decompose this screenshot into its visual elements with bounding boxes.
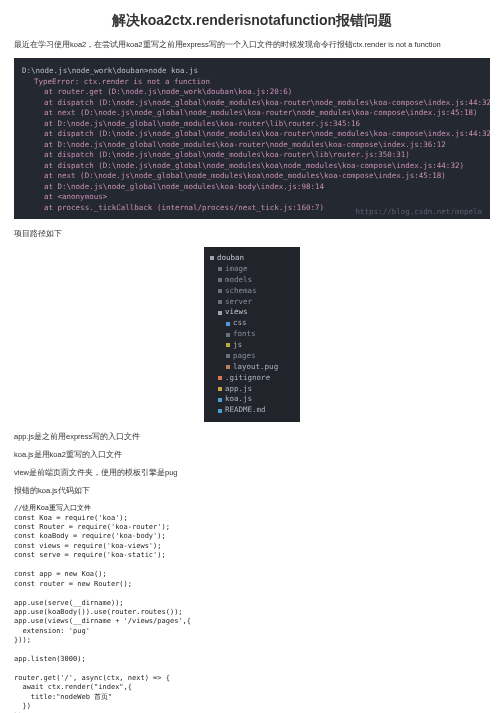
code-line: app.listen(3000); [14, 655, 490, 664]
filetree-item-label: css [233, 318, 247, 329]
code-line [14, 646, 490, 655]
code-line: app.use(serve(__dirname)); [14, 599, 490, 608]
terminal-trace-line: at dispatch (D:\node.js\node_global\node… [44, 161, 482, 172]
file-tree: doubanimagemodelsschemasserverviewscssfo… [204, 247, 300, 422]
folder-icon [218, 289, 222, 293]
filetree-item-label: fonts [233, 329, 256, 340]
filetree-item-label: views [225, 307, 248, 318]
terminal-trace-line: at next (D:\node.js\node_global\node_mod… [44, 171, 482, 182]
terminal-error: TypeError: ctx.render is not a function [34, 77, 482, 88]
js-icon [218, 387, 222, 391]
koa-icon [218, 398, 222, 402]
git-icon [218, 376, 222, 380]
code-line: extension: 'pug' [14, 627, 490, 636]
code-line: app.use(koaBody()).use(router.routes()); [14, 608, 490, 617]
terminal-watermark: https://blog.csdn.net/mopelo [356, 207, 482, 218]
code-line: const Router = require('koa-router'); [14, 523, 490, 532]
desc-code-label: 报错的koa.js代码如下 [14, 486, 490, 496]
code-line: const koaBody = require('koa-body'); [14, 532, 490, 541]
terminal-command: D:\node.js\node_work\douban>node koa.js [22, 66, 482, 77]
filetree-item-label: schemas [225, 286, 257, 297]
terminal-trace-line: at dispatch (D:\node.js\node_global\node… [44, 129, 482, 140]
filetree-item-label: douban [217, 253, 244, 264]
code-block-1: //使用Koa重写入口文件const Koa = require('koa');… [14, 504, 490, 713]
filetree-item: README.md [210, 405, 284, 416]
terminal-trace-line: at D:\node.js\node_global\node_modules\k… [44, 119, 482, 130]
page-title: 解决koa2ctx.renderisnotafunction报错问题 [14, 0, 490, 40]
filetree-item-label: image [225, 264, 248, 275]
code-line: })); [14, 636, 490, 645]
filetree-item: server [210, 297, 284, 308]
code-line: const Koa = require('koa'); [14, 514, 490, 523]
css-icon [226, 322, 230, 326]
terminal-output: D:\node.js\node_work\douban>node koa.js … [14, 58, 490, 219]
terminal-trace-line: at dispatch (D:\node.js\node_global\node… [44, 98, 482, 109]
code-line: await ctx.render("index",{ [14, 683, 490, 692]
filetree-item: views [210, 307, 284, 318]
filetree-item: css [210, 318, 284, 329]
terminal-trace-line: at next (D:\node.js\node_global\node_mod… [44, 108, 482, 119]
code-line: const app = new Koa(); [14, 570, 490, 579]
terminal-trace-line: at dispatch (D:\node.js\node_global\node… [44, 150, 482, 161]
code-line: //使用Koa重写入口文件 [14, 504, 490, 513]
code-line: app.use(views(__dirname + '/views/pages'… [14, 617, 490, 626]
code-line: const serve = require('koa-static'); [14, 551, 490, 560]
filetree-item: image [210, 264, 284, 275]
desc-koajs: koa.js是用koa2重写的入口文件 [14, 450, 490, 460]
desc-view: view是前端页面文件夹，使用的模板引擎是pug [14, 468, 490, 478]
filetree-item-label: models [225, 275, 252, 286]
filetree-item: schemas [210, 286, 284, 297]
filetree-item: pages [210, 351, 284, 362]
filetree-item-label: koa.js [225, 394, 252, 405]
filetree-item: .gitignore [210, 373, 284, 384]
code-line [14, 561, 490, 570]
code-line: router.get('/', async(ctx, next) => { [14, 674, 490, 683]
folder-icon [226, 354, 230, 358]
filetree-item: app.js [210, 384, 284, 395]
filetree-item-label: js [233, 340, 242, 351]
terminal-traces: at router.get (D:\node.js\node_work\doub… [22, 87, 482, 213]
pug-icon [226, 365, 230, 369]
folder-icon [218, 300, 222, 304]
terminal-trace-line: at <anonymous> [44, 192, 482, 203]
filetree-item: models [210, 275, 284, 286]
filetree-item: js [210, 340, 284, 351]
filetree-item-label: app.js [225, 384, 252, 395]
code-line [14, 665, 490, 674]
code-line [14, 589, 490, 598]
code-line: title:"nodeWeb 首页" [14, 693, 490, 702]
js-icon [226, 343, 230, 347]
folder-icon [218, 267, 222, 271]
folder-icon [218, 278, 222, 282]
folder-open-icon [218, 311, 222, 315]
folder-icon [226, 333, 230, 337]
filetree-item-label: pages [233, 351, 256, 362]
filetree-item-label: README.md [225, 405, 266, 416]
md-icon [218, 409, 222, 413]
filetree-item: layout.pug [210, 362, 284, 373]
filetree-item-label: layout.pug [233, 362, 278, 373]
filetree-item: koa.js [210, 394, 284, 405]
filetree-item: fonts [210, 329, 284, 340]
filetree-item: douban [210, 253, 284, 264]
filetree-label: 项目路径如下 [14, 229, 490, 239]
filetree-wrapper: doubanimagemodelsschemasserverviewscssfo… [14, 247, 490, 422]
terminal-trace-line: at D:\node.js\node_global\node_modules\k… [44, 182, 482, 193]
terminal-trace-line: at router.get (D:\node.js\node_work\doub… [44, 87, 482, 98]
folder-open-icon [210, 256, 214, 260]
filetree-item-label: server [225, 297, 252, 308]
desc-appjs: app.js是之前用express写的入口文件 [14, 432, 490, 442]
code-line: const router = new Router(); [14, 580, 490, 589]
code-line: const views = require('koa-views'); [14, 542, 490, 551]
terminal-trace-line: at D:\node.js\node_global\node_modules\k… [44, 140, 482, 151]
intro-paragraph: 最近在学习使用koa2，在尝试用koa2重写之前用express写的一个入口文件… [14, 40, 490, 50]
filetree-item-label: .gitignore [225, 373, 270, 384]
code-line: }) [14, 702, 490, 711]
